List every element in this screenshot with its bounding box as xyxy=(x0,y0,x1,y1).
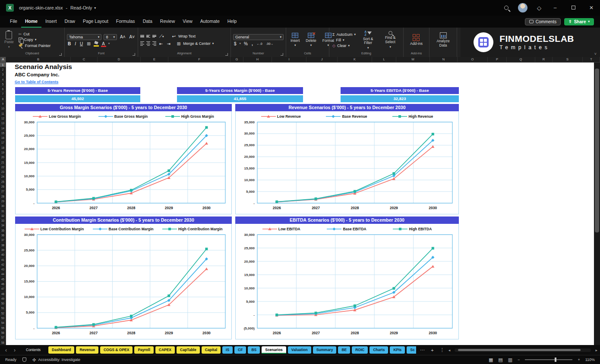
sheet-tab-roic[interactable]: ROIC xyxy=(352,346,368,354)
wrap-text-button[interactable]: ↩Wrap Text xyxy=(171,34,197,39)
menu-help[interactable]: Help xyxy=(224,16,241,28)
menu-data[interactable]: Data xyxy=(139,16,156,28)
font-name-combo[interactable]: Tahoma▾ xyxy=(67,34,101,40)
row-header-28[interactable]: 28 xyxy=(0,194,6,199)
align-center-icon[interactable] xyxy=(146,41,150,46)
increase-decimal-button[interactable]: ←.0 xyxy=(256,42,263,45)
zoom-slider[interactable] xyxy=(525,359,572,360)
row-header-35[interactable]: 35 xyxy=(0,228,6,233)
more-sheets-icon[interactable]: ⋯ xyxy=(418,347,427,353)
merge-center-button[interactable]: ⊞Merge & Center▾ xyxy=(175,41,215,47)
row-header-23[interactable]: 23 xyxy=(0,170,6,175)
select-all-corner[interactable] xyxy=(0,57,0,62)
column-header-G[interactable]: G xyxy=(231,57,243,62)
row-header-32[interactable]: 32 xyxy=(0,213,6,218)
avatar[interactable] xyxy=(518,3,527,13)
column-header-K[interactable]: K xyxy=(338,57,372,62)
menu-home[interactable]: Home xyxy=(21,16,41,28)
row-header-39[interactable]: 39 xyxy=(0,248,6,252)
horizontal-scrollbar[interactable] xyxy=(455,348,591,352)
vertical-scrollbar[interactable] xyxy=(594,63,600,345)
comma-style-button[interactable]: , xyxy=(251,41,254,46)
column-header-Q[interactable]: Q xyxy=(507,57,535,62)
sheet-tab-cogs-opex[interactable]: COGS & OPEX xyxy=(100,346,133,354)
collapse-ribbon-icon[interactable]: ˅ xyxy=(594,52,597,56)
row-header-15[interactable]: 15 xyxy=(0,131,6,135)
row-header-47[interactable]: 47 xyxy=(0,287,6,292)
row-header-24[interactable]: 24 xyxy=(0,175,6,179)
row-header-50[interactable]: 50 xyxy=(0,301,6,306)
minimize-button[interactable]: – xyxy=(551,5,559,11)
row-header-36[interactable]: 36 xyxy=(0,233,6,238)
addins-button[interactable]: Add-ins xyxy=(408,34,425,47)
sheet-nav-back-icon[interactable]: ‹ xyxy=(3,347,9,353)
grow-font-button[interactable]: A˄ xyxy=(119,35,126,39)
column-header-N[interactable]: N xyxy=(430,57,458,62)
table-of-contents-link[interactable]: Go to Table of Contents xyxy=(15,80,58,84)
column-header-L[interactable]: L xyxy=(372,57,396,62)
align-left-icon[interactable] xyxy=(140,41,144,46)
sheet-tab-sc[interactable]: Sc xyxy=(407,346,416,354)
share-button[interactable]: ⇧ Share ▾ xyxy=(564,18,594,25)
menu-insert[interactable]: Insert xyxy=(41,16,60,28)
column-header-I[interactable]: I xyxy=(272,57,306,62)
maximize-button[interactable] xyxy=(569,5,578,11)
zoom-level[interactable]: 110% xyxy=(585,358,595,362)
macro-shield-icon[interactable] xyxy=(22,358,26,362)
row-header-34[interactable]: 34 xyxy=(0,223,6,228)
font-dialog-launcher-icon[interactable] xyxy=(133,53,135,56)
row-header-22[interactable]: 22 xyxy=(0,165,6,169)
currency-button[interactable]: $ xyxy=(233,41,237,46)
hscroll-left-icon[interactable]: ◂ xyxy=(448,348,451,352)
cut-button[interactable]: ✂Cut xyxy=(18,31,52,37)
horizontal-scroll-thumb[interactable] xyxy=(458,349,581,351)
page-break-view-button[interactable]: ▥ xyxy=(508,357,512,363)
row-header-29[interactable]: 29 xyxy=(0,199,6,204)
vertical-scroll-thumb[interactable] xyxy=(595,69,599,232)
hscroll-right-icon[interactable]: ▸ xyxy=(595,348,597,352)
worksheet-canvas[interactable]: Scenario Analysis ABC Company Inc. Go to… xyxy=(6,63,594,345)
close-button[interactable]: ✕ xyxy=(587,5,596,11)
row-header-52[interactable]: 52 xyxy=(0,311,6,316)
row-header-8[interactable]: 8 xyxy=(0,97,6,101)
row-header-40[interactable]: 40 xyxy=(0,253,6,257)
comments-button[interactable]: Comments xyxy=(525,18,561,25)
column-header-C[interactable]: C xyxy=(71,57,98,62)
row-header-41[interactable]: 41 xyxy=(0,257,6,262)
sheet-tab-scenarios[interactable]: Scenarios xyxy=(262,346,286,354)
fill-button[interactable]: ↓Fill▾ xyxy=(332,38,357,43)
row-header-33[interactable]: 33 xyxy=(0,219,6,223)
column-header-D[interactable]: D xyxy=(98,57,141,62)
percent-button[interactable]: % xyxy=(243,41,249,46)
borders-button[interactable]: ⊞ xyxy=(86,41,91,46)
row-header-58[interactable]: 58 xyxy=(0,340,6,345)
menu-review[interactable]: Review xyxy=(156,16,179,28)
new-sheet-button[interactable]: + xyxy=(429,348,436,353)
row-header-21[interactable]: 21 xyxy=(0,160,6,165)
page-layout-view-button[interactable]: ▤ xyxy=(498,357,502,363)
sheet-tab-valuation[interactable]: Valuation xyxy=(288,346,311,354)
row-header-4[interactable]: 4 xyxy=(0,77,6,82)
menu-file[interactable]: File xyxy=(6,16,21,28)
italic-button[interactable]: I xyxy=(74,41,77,46)
row-header-42[interactable]: 42 xyxy=(0,262,6,267)
sheet-tab-dashboard[interactable]: Dashboard xyxy=(48,346,74,354)
row-header-57[interactable]: 57 xyxy=(0,336,6,340)
row-header-11[interactable]: 11 xyxy=(0,111,6,116)
row-header-54[interactable]: 54 xyxy=(0,321,6,326)
row-header-12[interactable]: 12 xyxy=(0,116,6,121)
row-header-27[interactable]: 27 xyxy=(0,189,6,194)
row-header-55[interactable]: 55 xyxy=(0,326,6,330)
row-header-51[interactable]: 51 xyxy=(0,306,6,311)
menu-draw[interactable]: Draw xyxy=(60,16,79,28)
menu-formulas[interactable]: Formulas xyxy=(112,16,139,28)
column-header-T[interactable]: T xyxy=(583,57,600,62)
tab-options-icon[interactable]: ⋮ xyxy=(438,347,447,353)
insert-cells-button[interactable]: Insert▾ xyxy=(288,32,302,48)
sheet-tab-charts[interactable]: Charts xyxy=(369,346,388,354)
column-header-F[interactable]: F xyxy=(168,57,231,62)
column-header-S[interactable]: S xyxy=(553,57,583,62)
align-right-icon[interactable] xyxy=(152,41,156,46)
menu-automate[interactable]: Automate xyxy=(196,16,224,28)
decrease-indent-icon[interactable]: ⇤ xyxy=(158,41,164,46)
